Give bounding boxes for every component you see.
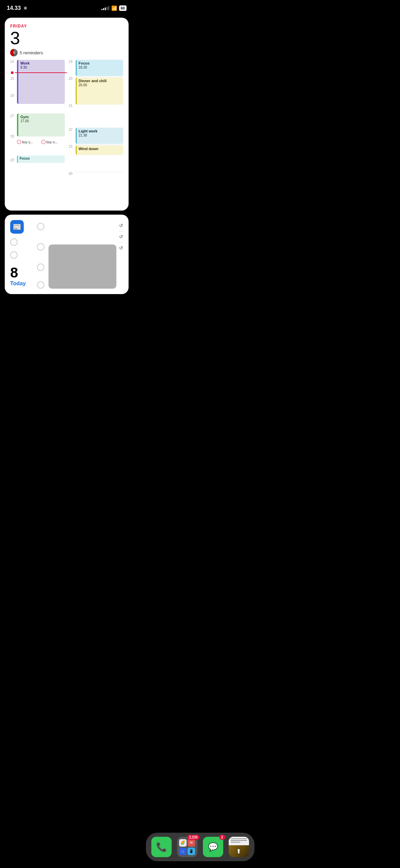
news-checkbox-4[interactable] (37, 243, 44, 251)
event-dinner[interactable]: Dinner and chill 20.00 (76, 77, 123, 105)
news-count: 8 (10, 266, 37, 280)
reminder-circle-1 (17, 140, 21, 144)
event-lightwork-time: 21.30 (79, 133, 121, 137)
news-today-label: Today (10, 281, 37, 287)
refresh-btn-1[interactable]: ↺ (119, 220, 123, 231)
event-winddown[interactable]: Wind down (76, 145, 123, 155)
refresh-btn-3[interactable]: ↺ (119, 242, 123, 253)
event-winddown-title: Wind down (79, 147, 121, 151)
signal-bar-4 (107, 7, 108, 10)
calendar-widget[interactable]: FRIDAY 3 ☰ 5 reminders 14 15 16 (5, 18, 129, 211)
event-work-time: 9.30 (20, 66, 63, 69)
current-time-line (15, 72, 67, 73)
reminder-label-2: buy o... (46, 140, 58, 144)
event-lightwork[interactable]: Light work 21.30 (76, 128, 123, 144)
signal-bar-1 (101, 9, 102, 10)
event-focus-small[interactable]: Focus (17, 156, 65, 163)
calendar-date: 3 (10, 29, 123, 47)
reminders-icon: ☰ (10, 49, 18, 56)
rtime-23: 23 (69, 145, 73, 148)
reminder-chip-1[interactable]: buy y... (17, 140, 40, 144)
rtime-21: 21 (69, 104, 73, 108)
signal-bar-2 (103, 8, 104, 10)
event-dinner-title: Dinner and chill (79, 79, 121, 83)
event-gym-title: Gym (20, 115, 63, 119)
news-checkbox-6[interactable] (37, 281, 44, 289)
event-focus-small-title: Focus (20, 157, 30, 160)
news-checkbox-1[interactable] (10, 238, 18, 246)
event-focus-right-time: 18.30 (79, 66, 121, 69)
status-indicators: 📶 60 (101, 5, 127, 11)
current-time-dot (11, 71, 14, 74)
reminder-circle-2 (41, 140, 45, 144)
news-image (49, 245, 116, 289)
status-time: 14.33 (7, 5, 21, 12)
event-focus-right[interactable]: Focus 18.30 (76, 60, 123, 76)
time-rows-left: 14 15 16 17 18 (10, 60, 65, 206)
rtime-22: 22 (69, 128, 73, 131)
signal-bar-5 (108, 6, 109, 10)
snowflake-icon: ❄ (23, 5, 27, 11)
reminders-row[interactable]: ☰ 5 reminders (10, 49, 123, 56)
reminder-items: buy y... buy o... (17, 140, 65, 144)
news-left-panel: 📰 8 Today (10, 220, 37, 287)
refresh-btn-2[interactable]: ↺ (119, 231, 123, 242)
event-gym[interactable]: Gym 17.00 (17, 113, 65, 137)
event-lightwork-title: Light work (79, 129, 121, 133)
signal-bar-3 (105, 7, 106, 10)
event-gym-time: 17.00 (20, 119, 63, 123)
news-checkbox-3[interactable] (37, 223, 44, 230)
reminder-chip-2[interactable]: buy o... (41, 140, 65, 144)
calendar-day-label: FRIDAY (10, 24, 123, 29)
news-widget[interactable]: 📰 8 Today ↺ ↺ ↺ (5, 215, 129, 294)
reminder-label-1: buy y... (22, 140, 33, 144)
rtime-00: 00 (69, 172, 73, 176)
battery-indicator: 60 (119, 5, 127, 11)
status-bar: 14.33 ❄ 📶 60 (0, 0, 133, 14)
wifi-icon: 📶 (111, 5, 117, 11)
event-focus-right-title: Focus (79, 61, 121, 65)
event-dinner-time: 20.00 (79, 83, 121, 87)
event-work[interactable]: Work 9.30 (17, 60, 65, 104)
news-refresh-column: ↺ ↺ ↺ (119, 220, 123, 253)
calendar-left-column: 14 15 16 17 18 (10, 60, 65, 206)
news-checkboxes-mid (37, 220, 44, 289)
news-app-icon: 📰 (10, 220, 24, 234)
news-checkbox-5[interactable] (37, 264, 44, 271)
calendar-grid: 14 15 16 17 18 (10, 60, 123, 206)
news-checkbox-2[interactable] (10, 251, 18, 259)
calendar-right-column: 19 20 21 22 23 00 Focus 18.30 (67, 60, 123, 206)
rtime-20: 20 (69, 77, 73, 80)
reminders-text: 5 reminders (20, 50, 43, 55)
event-work-title: Work (20, 61, 63, 65)
news-checkboxes (10, 238, 37, 259)
signal-icon (101, 6, 109, 10)
rtime-19: 19 (69, 60, 73, 64)
